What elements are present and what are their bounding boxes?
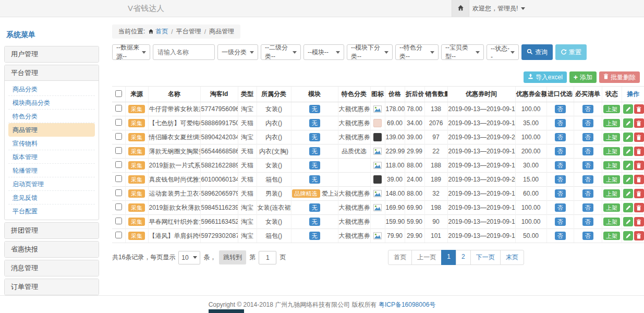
user-menu[interactable]: 欢迎您，管理员! — [472, 0, 525, 17]
sidebar-group-header[interactable]: 用户管理 — [5, 46, 99, 62]
sidebar-item[interactable]: 商品管理 — [8, 123, 95, 137]
row-checkbox[interactable] — [115, 232, 122, 238]
delete-button[interactable] — [634, 189, 644, 198]
sidebar-group-header[interactable]: 平台管理 — [5, 65, 99, 81]
sidebar-item[interactable]: 商品分类 — [8, 82, 95, 96]
delete-button[interactable] — [634, 217, 644, 226]
page-button[interactable]: 首页 — [388, 250, 412, 265]
sidebar-item[interactable]: 轮播管理 — [8, 164, 95, 177]
delete-button[interactable] — [634, 147, 644, 156]
import-select-badge[interactable]: 否 — [555, 105, 566, 114]
must-buy-badge[interactable]: 否 — [582, 105, 593, 114]
filter-select[interactable]: --模块-- — [303, 44, 344, 60]
delete-button[interactable] — [634, 175, 644, 184]
must-buy-badge[interactable]: 否 — [582, 133, 593, 142]
search-button[interactable]: 查询 — [521, 44, 553, 60]
delete-button[interactable] — [634, 104, 644, 114]
status-badge[interactable]: 上架 — [603, 218, 620, 226]
delete-button[interactable] — [634, 203, 644, 212]
must-buy-badge[interactable]: 否 — [582, 232, 593, 240]
status-badge[interactable]: 上架 — [603, 189, 620, 198]
row-checkbox[interactable] — [115, 161, 122, 168]
sidebar-group-header[interactable]: 省惠快报 — [5, 242, 99, 257]
import-select-badge[interactable]: 否 — [555, 147, 566, 156]
home-button[interactable] — [452, 0, 469, 17]
import-select-badge[interactable]: 否 — [555, 133, 566, 142]
row-checkbox[interactable] — [115, 218, 122, 224]
import-select-badge[interactable]: 否 — [555, 218, 566, 226]
sidebar-group-header[interactable]: 拼团管理 — [5, 223, 99, 238]
page-button[interactable]: 下一页 — [470, 250, 501, 265]
row-checkbox[interactable] — [115, 189, 122, 196]
breadcrumb-home-link[interactable]: 首页 — [148, 27, 168, 36]
must-buy-badge[interactable]: 否 — [582, 203, 593, 212]
row-checkbox[interactable] — [115, 133, 122, 140]
delete-button[interactable] — [634, 118, 644, 128]
delete-button[interactable] — [634, 231, 644, 240]
name-filter-input[interactable] — [153, 44, 215, 60]
edit-button[interactable] — [623, 203, 633, 212]
row-checkbox[interactable] — [115, 147, 122, 154]
status-badge[interactable]: 上架 — [603, 161, 620, 170]
must-buy-badge[interactable]: 否 — [582, 189, 593, 198]
edit-button[interactable] — [623, 189, 633, 198]
edit-button[interactable] — [623, 175, 633, 184]
edit-button[interactable] — [623, 104, 633, 114]
import-select-badge[interactable]: 否 — [555, 119, 566, 128]
sidebar-group-header[interactable]: 消息管理 — [5, 260, 99, 276]
page-button[interactable]: 上一页 — [411, 250, 442, 265]
filter-select[interactable]: --数据来源-- — [112, 44, 150, 60]
edit-button[interactable] — [623, 231, 633, 240]
must-buy-badge[interactable]: 否 — [582, 161, 593, 170]
status-badge[interactable]: 上架 — [603, 175, 620, 184]
reset-button[interactable]: 重置 — [555, 44, 587, 60]
filter-select[interactable]: 一级分类 — [217, 44, 258, 60]
filter-select[interactable]: --二级分类-- — [261, 44, 301, 60]
edit-button[interactable] — [623, 118, 633, 128]
per-page-select[interactable]: 10 — [178, 251, 200, 264]
must-buy-badge[interactable]: 否 — [582, 218, 593, 226]
filter-select[interactable]: --宝贝类型-- — [441, 44, 484, 60]
edit-button[interactable] — [623, 147, 633, 156]
must-buy-badge[interactable]: 否 — [582, 175, 593, 184]
filter-select[interactable]: --特色分类-- — [395, 44, 439, 60]
delete-button[interactable] — [634, 133, 644, 142]
batch-delete-button[interactable]: 批量删除 — [599, 71, 640, 83]
page-button[interactable]: 末页 — [500, 250, 524, 265]
jump-page-input[interactable] — [259, 251, 276, 264]
import-select-badge[interactable]: 否 — [555, 175, 566, 184]
edit-button[interactable] — [623, 161, 633, 170]
icp-link[interactable]: 粤ICP备16098006号 — [379, 301, 435, 308]
edit-button[interactable] — [623, 217, 633, 226]
import-select-badge[interactable]: 否 — [555, 232, 566, 240]
filter-select[interactable]: --模块下分类-- — [347, 44, 393, 60]
add-button[interactable]: + 添加 — [569, 71, 597, 83]
sidebar-item[interactable]: 平台配置 — [8, 204, 95, 218]
import-select-badge[interactable]: 否 — [555, 189, 566, 198]
row-checkbox[interactable] — [115, 119, 122, 126]
sidebar-item[interactable]: 启动页管理 — [8, 177, 95, 191]
status-badge[interactable]: 上架 — [603, 147, 620, 156]
sidebar-item[interactable]: 意见反馈 — [8, 191, 95, 204]
sidebar-item[interactable]: 宣传物料 — [8, 137, 95, 150]
row-checkbox[interactable] — [115, 175, 122, 182]
sidebar-group-header[interactable]: 订单管理 — [5, 279, 99, 295]
delete-button[interactable] — [634, 161, 644, 170]
sidebar-item[interactable]: 版本管理 — [8, 150, 95, 164]
import-select-badge[interactable]: 否 — [555, 203, 566, 212]
must-buy-badge[interactable]: 否 — [582, 147, 593, 156]
import-select-badge[interactable]: 否 — [555, 161, 566, 170]
status-badge[interactable]: 上架 — [603, 203, 620, 212]
jump-button[interactable]: 跳转到 — [219, 250, 246, 264]
select-all-checkbox[interactable] — [115, 90, 122, 97]
must-buy-badge[interactable]: 否 — [582, 119, 593, 128]
filter-select[interactable]: --状态-- — [487, 44, 519, 60]
status-badge[interactable]: 上架 — [603, 105, 620, 114]
page-button[interactable]: 2 — [456, 250, 471, 265]
row-checkbox[interactable] — [115, 203, 122, 210]
status-badge[interactable]: 上架 — [603, 119, 620, 128]
row-checkbox[interactable] — [115, 105, 122, 112]
status-badge[interactable]: 上架 — [603, 232, 620, 240]
sidebar-item[interactable]: 特色分类 — [8, 110, 95, 123]
edit-button[interactable] — [623, 133, 633, 142]
